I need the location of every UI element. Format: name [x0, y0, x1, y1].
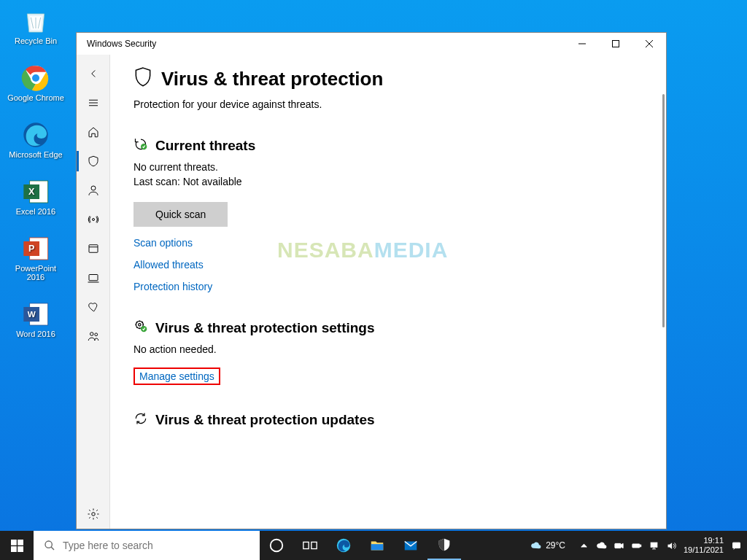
- titlebar[interactable]: Windows Security: [77, 33, 666, 55]
- nav-virus-protection[interactable]: [77, 147, 110, 176]
- svg-rect-35: [311, 542, 317, 548]
- svg-rect-20: [89, 275, 98, 281]
- tray-notifications-icon[interactable]: [731, 540, 741, 551]
- desktop: Recycle Bin Google Chrome Microsoft Edge…: [0, 0, 747, 560]
- svg-point-26: [139, 324, 141, 326]
- gear-check-icon: [133, 319, 148, 337]
- section-heading: Virus & threat protection settings: [133, 319, 666, 337]
- svg-point-33: [271, 540, 283, 552]
- svg-rect-31: [18, 546, 23, 552]
- section-heading: Virus & threat protection updates: [133, 411, 666, 429]
- svg-rect-29: [18, 540, 23, 545]
- window-buttons: [565, 33, 666, 55]
- svg-rect-14: [613, 41, 619, 47]
- svg-rect-19: [89, 245, 98, 253]
- threats-status: No current threats.: [133, 160, 666, 175]
- excel-icon: X: [20, 176, 51, 207]
- minimize-button[interactable]: [565, 33, 599, 55]
- close-button[interactable]: [632, 33, 666, 55]
- section-title: Virus & threat protection updates: [155, 412, 375, 428]
- page-header: Virus & threat protection: [133, 66, 666, 91]
- tray-battery-icon[interactable]: [631, 540, 641, 551]
- highlight-annotation: Manage settings: [133, 368, 220, 385]
- last-scan: Last scan: Not available: [133, 175, 666, 190]
- tray-temperature: 29°C: [546, 540, 565, 551]
- tray-chevron-icon[interactable]: [578, 540, 589, 551]
- svg-rect-41: [632, 545, 637, 548]
- section-title: Current threats: [155, 138, 255, 154]
- taskbar-mail[interactable]: [394, 531, 427, 560]
- link-manage-settings[interactable]: Manage settings: [139, 370, 214, 382]
- svg-rect-28: [11, 540, 17, 545]
- nav-settings[interactable]: [77, 499, 110, 529]
- nav-device-performance[interactable]: [77, 292, 110, 322]
- quick-scan-button[interactable]: Quick scan: [133, 202, 228, 227]
- link-protection-history[interactable]: Protection history: [133, 281, 666, 292]
- svg-rect-34: [303, 542, 309, 548]
- desktop-icon-recycle-bin[interactable]: Recycle Bin: [7, 6, 64, 45]
- search-input[interactable]: [63, 540, 260, 551]
- nav-rail: [77, 55, 110, 529]
- svg-rect-38: [615, 543, 621, 548]
- maximize-button[interactable]: [599, 33, 632, 55]
- desktop-icon-label: PowerPoint 2016: [7, 264, 64, 281]
- nav-firewall[interactable]: [77, 205, 110, 234]
- svg-rect-40: [640, 545, 640, 547]
- nav-account-protection[interactable]: [77, 176, 110, 205]
- tray-weather[interactable]: 29°C: [530, 540, 565, 551]
- svg-text:P: P: [28, 244, 34, 254]
- tray-network-icon[interactable]: [649, 540, 659, 551]
- tray-volume-icon[interactable]: [666, 540, 676, 551]
- desktop-icon-chrome[interactable]: Google Chrome: [7, 63, 64, 102]
- nav-back[interactable]: [77, 59, 110, 88]
- weather-icon: [530, 540, 541, 551]
- tray-clock[interactable]: 19:11 19/11/2021: [684, 536, 724, 554]
- page-subtitle: Protection for your device against threa…: [133, 98, 666, 110]
- desktop-icon-powerpoint[interactable]: P PowerPoint 2016: [7, 233, 64, 281]
- search-icon: [44, 540, 55, 551]
- word-icon: W: [20, 299, 51, 330]
- tray-meet-icon[interactable]: [614, 540, 624, 551]
- windows-security-window: Windows Security: [76, 32, 667, 529]
- desktop-icon-word[interactable]: W Word 2016: [7, 299, 64, 338]
- taskbar-cortana[interactable]: [260, 531, 293, 560]
- nav-menu[interactable]: [77, 88, 110, 117]
- refresh-icon: [133, 411, 148, 429]
- svg-point-22: [94, 333, 97, 336]
- start-button[interactable]: [0, 531, 34, 560]
- taskbar-taskview[interactable]: [293, 531, 327, 560]
- taskbar-search[interactable]: [34, 531, 260, 560]
- window-body: Virus & threat protection Protection for…: [77, 55, 666, 529]
- link-scan-options[interactable]: Scan options: [133, 237, 666, 249]
- svg-text:X: X: [28, 187, 35, 197]
- svg-point-21: [90, 332, 93, 336]
- nav-device-security[interactable]: [77, 263, 110, 292]
- desktop-icon-label: Recycle Bin: [15, 36, 57, 45]
- desktop-icon-edge[interactable]: Microsoft Edge: [7, 120, 64, 159]
- desktop-icon-excel[interactable]: X Excel 2016: [7, 176, 64, 216]
- nav-app-browser[interactable]: [77, 234, 110, 263]
- svg-point-23: [91, 513, 95, 516]
- taskbar-explorer[interactable]: [360, 531, 394, 560]
- tray-onedrive-icon[interactable]: [596, 540, 606, 551]
- desktop-icon-label: Excel 2016: [16, 207, 55, 216]
- nav-family[interactable]: [77, 322, 110, 351]
- section-body: No action needed. Manage settings: [133, 343, 666, 385]
- svg-text:W: W: [28, 309, 36, 319]
- section-heading: Current threats: [133, 136, 666, 155]
- settings-status: No action needed.: [133, 343, 666, 357]
- link-allowed-threats[interactable]: Allowed threats: [133, 259, 666, 271]
- svg-rect-43: [733, 542, 740, 548]
- content: Virus & threat protection Protection for…: [110, 55, 666, 529]
- recycle-bin-icon: [20, 6, 51, 36]
- nav-home[interactable]: [77, 117, 110, 147]
- taskbar-security[interactable]: [427, 531, 461, 560]
- desktop-icon-label: Word 2016: [16, 330, 55, 338]
- tray-date: 19/11/2021: [684, 545, 724, 555]
- taskbar-edge[interactable]: [327, 531, 360, 560]
- section-body: No current threats. Last scan: Not avail…: [133, 160, 666, 292]
- desktop-icon-label: Google Chrome: [7, 93, 64, 102]
- desktop-icons: Recycle Bin Google Chrome Microsoft Edge…: [7, 6, 64, 338]
- chrome-icon: [20, 63, 51, 93]
- section-protection-updates: Virus & threat protection updates: [133, 411, 666, 429]
